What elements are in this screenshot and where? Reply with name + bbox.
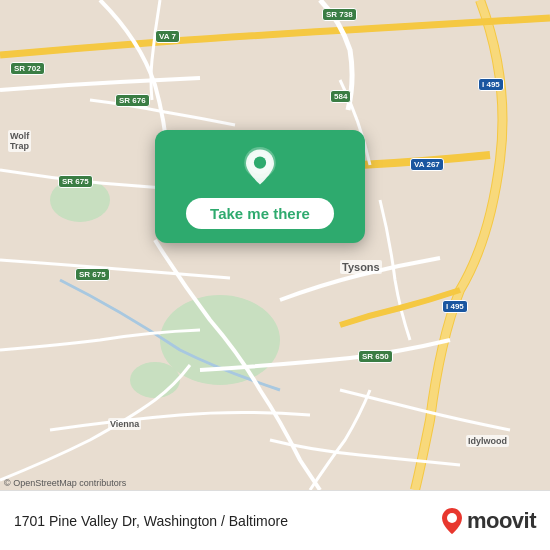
- label-vienna: Vienna: [108, 418, 141, 430]
- copyright-text: © OpenStreetMap contributors: [4, 478, 126, 488]
- map-svg: [0, 0, 550, 490]
- label-va267: VA 267: [410, 158, 444, 171]
- label-wolf-trap: WolfTrap: [8, 130, 31, 152]
- svg-point-8: [447, 513, 457, 523]
- label-584: 584: [330, 90, 351, 103]
- svg-point-1: [160, 295, 280, 385]
- label-sr676: SR 676: [115, 94, 150, 107]
- svg-point-3: [130, 362, 180, 398]
- label-va7: VA 7: [155, 30, 180, 43]
- location-pin-icon: [239, 146, 281, 188]
- label-i495-bot: I 495: [442, 300, 468, 313]
- moovit-pin-icon: [441, 507, 463, 535]
- label-sr675-top: SR 675: [58, 175, 93, 188]
- take-me-there-button[interactable]: Take me there: [186, 198, 334, 229]
- label-i495-top: I 495: [478, 78, 504, 91]
- label-sr650: SR 650: [358, 350, 393, 363]
- label-tysons: Tysons: [340, 260, 382, 274]
- moovit-logo: moovit: [441, 507, 536, 535]
- label-idylwood: Idylwood: [466, 435, 509, 447]
- label-sr702: SR 702: [10, 62, 45, 75]
- svg-point-7: [254, 157, 266, 169]
- map-card: Take me there: [155, 130, 365, 243]
- bottom-bar: 1701 Pine Valley Dr, Washington / Baltim…: [0, 490, 550, 550]
- label-sr675-bot: SR 675: [75, 268, 110, 281]
- address-text: 1701 Pine Valley Dr, Washington / Baltim…: [14, 513, 441, 529]
- moovit-brand-text: moovit: [467, 508, 536, 534]
- map-container: SR 738 VA 7 SR 702 SR 676 I 495 584 VA 2…: [0, 0, 550, 490]
- label-sr738: SR 738: [322, 8, 357, 21]
